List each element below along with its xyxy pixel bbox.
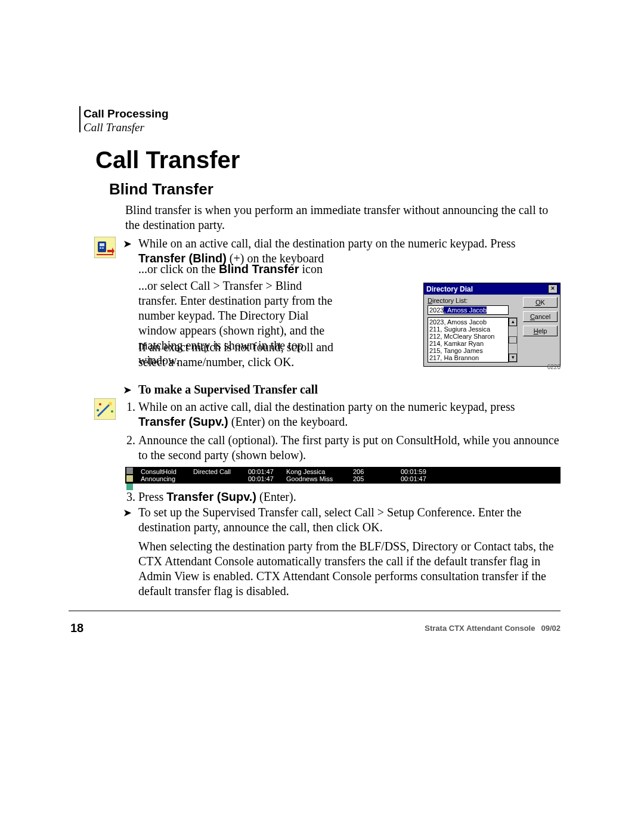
supervised-header-text: To make a Supervised Transfer call xyxy=(138,382,561,397)
header-section: Call Processing xyxy=(83,107,169,121)
help-button[interactable]: Help xyxy=(523,326,558,336)
scrollbar[interactable]: ▴ ▾ xyxy=(509,317,518,363)
or1-pre: ...or click on the xyxy=(138,262,219,275)
closing-paragraph: When selecting the destination party fro… xyxy=(138,539,561,599)
svg-point-11 xyxy=(97,409,99,411)
list-item[interactable]: 214, Kamkar Ryan xyxy=(429,340,507,347)
svg-rect-1 xyxy=(98,241,106,252)
setup-conference-step: ➤ To set up the Supervised Transfer call… xyxy=(125,505,561,535)
footer-rule xyxy=(69,611,561,611)
intro-paragraph: Blind transfer is when you perform an im… xyxy=(125,203,561,233)
page-title: Call Transfer xyxy=(95,147,240,174)
list-item[interactable]: 211, Sugiura Jessica xyxy=(429,326,507,333)
window-titlebar: Directory Dial × xyxy=(424,283,560,295)
ok-button[interactable]: OK xyxy=(523,297,558,308)
svg-point-8 xyxy=(109,402,112,405)
blind-transfer-icon xyxy=(94,237,116,258)
supervised-transfer-icon xyxy=(94,398,116,420)
footer-doc: Strata CTX Attendant Console09/02 xyxy=(425,624,561,633)
close-icon[interactable]: × xyxy=(548,284,558,293)
supervised-steps: While on an active call, dial the destin… xyxy=(125,400,561,466)
step-2: Announce the call (optional). The first … xyxy=(138,433,561,463)
or1-post: icon xyxy=(299,262,322,275)
input-selection: , Amoss Jacob xyxy=(444,306,487,314)
scroll-up-icon[interactable]: ▴ xyxy=(509,318,517,326)
header-subsection: Call Transfer xyxy=(83,121,169,135)
svg-point-9 xyxy=(99,403,101,405)
table-row: ConsultHold Directed Call 00:01:47 Kong … xyxy=(141,468,558,475)
if-no-match-paragraph: If an exact match is not found, scroll a… xyxy=(138,340,341,370)
bullet-arrow-icon: ➤ xyxy=(123,506,132,520)
or-click-line: ...or click on the Blind Transfer icon xyxy=(138,262,561,276)
page-header: Call Processing Call Transfer xyxy=(83,107,169,135)
setup-text: To set up the Supervised Transfer call, … xyxy=(138,505,561,535)
call-status-strip: ConsultHold Directed Call 00:01:47 Kong … xyxy=(125,467,561,484)
supervised-steps-cont: Press Transfer (Supv.) (Enter). xyxy=(125,490,561,504)
list-item[interactable]: 212, McCleary Sharon xyxy=(429,333,507,340)
bullet-arrow-icon: ➤ xyxy=(123,237,132,251)
svg-rect-2 xyxy=(100,243,104,246)
figure-number: 6220 xyxy=(547,364,561,370)
page-number: 18 xyxy=(70,621,83,635)
scroll-thumb[interactable] xyxy=(509,336,517,343)
step-3: Press Transfer (Supv.) (Enter). xyxy=(138,490,561,504)
call-row-icon xyxy=(126,475,133,482)
header-divider xyxy=(79,106,80,132)
svg-point-10 xyxy=(111,410,113,413)
svg-rect-3 xyxy=(100,247,101,249)
bullet-arrow-icon: ➤ xyxy=(123,383,132,397)
window-title: Directory Dial xyxy=(426,285,473,293)
directory-input[interactable]: 2023, Amoss Jacob xyxy=(428,305,509,315)
scroll-down-icon[interactable]: ▾ xyxy=(509,354,517,362)
list-item[interactable]: 2023, Amoss Jacob xyxy=(429,318,507,326)
blind-step-pre: While on an active call, dial the destin… xyxy=(138,237,516,250)
directory-dial-window: Directory Dial × Directory List: 2023, A… xyxy=(423,283,561,367)
step-1: While on an active call, dial the destin… xyxy=(138,400,561,429)
svg-rect-4 xyxy=(102,247,104,249)
cancel-button[interactable]: Cancel xyxy=(523,311,558,322)
list-item[interactable]: 215, Tango James xyxy=(429,347,507,354)
blind-step: ➤ While on an active call, dial the dest… xyxy=(125,236,561,266)
table-row: Announcing 00:01:47 Goodnews Miss 205 00… xyxy=(141,475,558,482)
list-item[interactable]: 217, Ha Brannon xyxy=(429,354,507,361)
directory-list-label: Directory List: xyxy=(428,297,519,304)
input-prefix: 2023 xyxy=(429,306,444,314)
directory-list[interactable]: 2023, Amoss Jacob 211, Sugiura Jessica 2… xyxy=(428,317,509,363)
section-title: Blind Transfer xyxy=(109,180,213,199)
supervised-header: ➤ To make a Supervised Transfer call xyxy=(125,382,561,397)
call-row-icon xyxy=(126,467,133,474)
or1-bold: Blind Transfer xyxy=(219,262,299,275)
